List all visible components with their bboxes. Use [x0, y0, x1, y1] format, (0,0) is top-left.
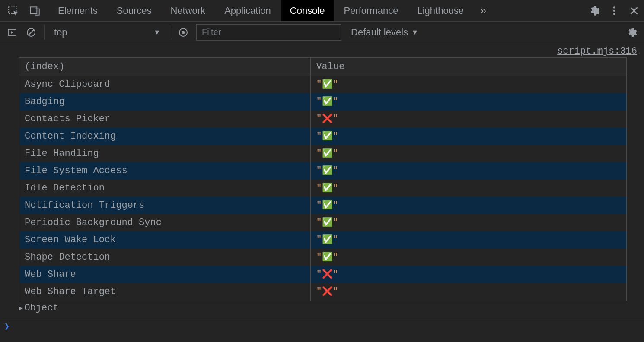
table-cell-value: "❌" [311, 266, 626, 283]
tab-network[interactable]: Network [161, 0, 215, 21]
svg-point-9 [182, 31, 185, 34]
object-disclosure[interactable]: ▶ Object [19, 303, 627, 314]
table-cell-value: "✅" [311, 128, 626, 145]
filter-input[interactable] [196, 24, 341, 41]
tab-elements[interactable]: Elements [48, 0, 107, 21]
svg-point-5 [613, 13, 615, 15]
table-row[interactable]: Periodic Background Sync"✅" [19, 214, 626, 231]
table-cell-index: Web Share Target [19, 283, 311, 301]
table-cell-value: "❌" [311, 283, 626, 301]
table-cell-value: "✅" [311, 231, 626, 249]
toolbar-separator [170, 25, 170, 40]
table-cell-value: "✅" [311, 76, 626, 94]
table-row[interactable]: Content Indexing"✅" [19, 128, 626, 145]
inspect-element-button[interactable] [3, 0, 24, 22]
more-tabs-button[interactable]: » [473, 0, 493, 21]
column-header-value[interactable]: Value [311, 58, 626, 76]
table-row[interactable]: Notification Triggers"✅" [19, 197, 626, 214]
devtools-tabstrip: ElementsSourcesNetworkApplicationConsole… [0, 0, 644, 22]
tab-sources[interactable]: Sources [107, 0, 161, 21]
table-row[interactable]: Async Clipboard"✅" [19, 76, 626, 94]
table-row[interactable]: Screen Wake Lock"✅" [19, 231, 626, 249]
close-devtools-button[interactable] [624, 0, 644, 22]
prompt-chevron-icon: ❯ [4, 321, 10, 332]
table-cell-value: "❌" [311, 111, 626, 128]
table-cell-index: Web Share [19, 266, 311, 283]
console-toolbar: top ▼ Default levels ▼ [0, 22, 644, 43]
console-output: script.mjs:316 (index) Value Async Clipb… [0, 43, 644, 334]
table-cell-value: "✅" [311, 93, 626, 111]
table-cell-index: Contacts Picker [19, 111, 311, 128]
device-toolbar-button[interactable] [24, 0, 46, 22]
table-cell-index: File Handling [19, 145, 311, 162]
disclosure-triangle-icon: ▶ [19, 304, 22, 312]
svg-rect-1 [30, 7, 37, 13]
settings-button[interactable] [584, 0, 604, 22]
table-cell-index: Periodic Background Sync [19, 214, 311, 231]
source-link[interactable]: script.mjs:316 [0, 43, 644, 57]
toolbar-separator [44, 25, 45, 40]
table-cell-index: Content Indexing [19, 128, 311, 145]
table-cell-value: "✅" [311, 180, 626, 197]
object-label: Object [24, 303, 58, 314]
table-row[interactable]: File Handling"✅" [19, 145, 626, 162]
table-row[interactable]: Idle Detection"✅" [19, 180, 626, 197]
tab-console[interactable]: Console [281, 0, 335, 21]
svg-point-4 [613, 10, 615, 11]
panel-tabs: ElementsSourcesNetworkApplicationConsole… [48, 0, 473, 21]
table-cell-index: Idle Detection [19, 180, 311, 197]
clear-console-button[interactable] [22, 24, 40, 41]
console-sidebar-toggle[interactable] [3, 24, 21, 41]
table-cell-value: "✅" [311, 197, 626, 214]
execution-context-label: top [54, 27, 67, 38]
table-row[interactable]: Shape Detection"✅" [19, 249, 626, 266]
table-row[interactable]: Badging"✅" [19, 93, 626, 111]
svg-point-3 [613, 6, 615, 8]
log-levels-select[interactable]: Default levels ▼ [351, 27, 418, 38]
table-cell-value: "✅" [311, 145, 626, 162]
dropdown-icon: ▼ [153, 28, 160, 36]
kebab-menu-button[interactable] [604, 0, 624, 22]
tab-performance[interactable]: Performance [334, 0, 408, 21]
table-cell-index: Screen Wake Lock [19, 231, 311, 249]
table-row[interactable]: Web Share"❌" [19, 266, 626, 283]
table-cell-index: Async Clipboard [19, 76, 311, 94]
table-row[interactable]: File System Access"✅" [19, 162, 626, 180]
log-levels-label: Default levels [351, 27, 408, 38]
table-cell-value: "✅" [311, 162, 626, 180]
column-header-index[interactable]: (index) [19, 58, 311, 76]
console-table: (index) Value Async Clipboard"✅"Badging"… [19, 57, 627, 301]
tab-lighthouse[interactable]: Lighthouse [408, 0, 473, 21]
table-cell-value: "✅" [311, 214, 626, 231]
live-expression-button[interactable] [175, 24, 192, 41]
table-cell-index: Badging [19, 93, 311, 111]
table-cell-index: File System Access [19, 162, 311, 180]
tab-application[interactable]: Application [215, 0, 281, 21]
console-settings-button[interactable] [623, 24, 641, 41]
table-cell-index: Notification Triggers [19, 197, 311, 214]
table-cell-value: "✅" [311, 249, 626, 266]
table-cell-index: Shape Detection [19, 249, 311, 266]
table-row[interactable]: Contacts Picker"❌" [19, 111, 626, 128]
console-prompt[interactable]: ❯ [0, 318, 644, 334]
execution-context-select[interactable]: top ▼ [49, 24, 166, 41]
table-row[interactable]: Web Share Target"❌" [19, 283, 626, 301]
dropdown-icon: ▼ [411, 28, 418, 36]
